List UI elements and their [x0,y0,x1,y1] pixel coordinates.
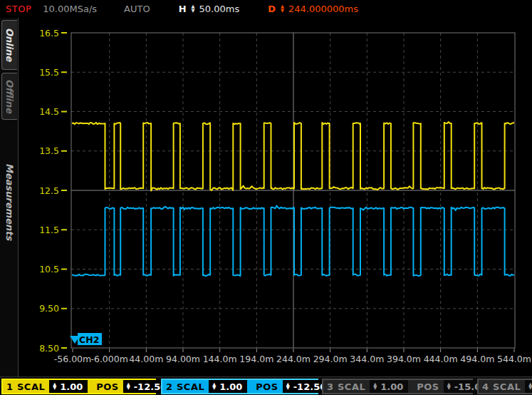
channel-2-scale-label: SCAL [177,381,204,392]
axes: -56.00m-6.000m44.00m94.00m144.0m194.0m24… [39,28,531,365]
y-tick-label: 9.50 [39,303,59,314]
updown-arrows-icon[interactable]: ▲▼ [286,383,290,391]
channel-4-scale-value[interactable]: ▲▼ [525,380,532,393]
updown-arrows-icon[interactable]: ▲▼ [53,383,56,391]
channel-1-position-label: POS [96,381,118,392]
x-tick-label: -56.00m [54,354,91,364]
sample-rate: 10.00MSa/s [43,4,97,14]
channel-4-block[interactable]: 4 SCAL ▲▼ [477,379,532,394]
x-tick-label: 544.0m [497,354,531,364]
channel-1-scale-label: SCAL [17,381,45,392]
tab-offline[interactable]: Offline [1,73,17,120]
channel-3-number: 3 [326,381,334,392]
channel-4-scale-label: SCAL [493,381,521,392]
channel-2-position-label: POS [256,381,278,392]
x-tick-label: 44.00m [129,354,163,364]
timebase-updown-arrows-icon[interactable]: ▲▼ [192,5,195,13]
x-tick-label: -6.000m [90,354,127,364]
x-tick-label: 294.0m [313,354,348,364]
channel-2-number: 2 [165,381,173,392]
channel-1-number: 1 [6,381,14,392]
updown-arrows-icon[interactable]: ▲▼ [212,383,216,391]
tab-online[interactable]: Online [1,20,17,70]
x-tick-label: 494.0m [460,354,494,364]
top-status-bar: STOP 10.00MSa/s AUTO H ▲▼ 50.00ms D ▲▼ 2… [0,0,532,18]
updown-arrows-icon[interactable]: ▲▼ [528,383,532,391]
channel-3-scale-value[interactable]: ▲▼ 1.00 [370,380,408,393]
channel-1-block[interactable]: 1 SCAL ▲▼ 1.00 POS ▲▼ -12.50 [1,379,156,394]
x-tick-label: 194.0m [239,354,273,364]
grid [71,33,515,348]
horizontal-timebase-value[interactable]: 50.00ms [199,4,240,14]
left-sidebar: Online Offline Measurements [0,18,19,376]
measurements-panel-label[interactable]: Measurements [2,159,16,245]
x-tick-label: 144.0m [203,354,237,364]
y-tick-label: 13.5 [39,145,59,156]
y-tick-label: 14.5 [39,106,59,117]
channel-2-scale-value[interactable]: ▲▼ 1.00 [209,380,247,393]
channel-3-block[interactable]: 3 SCAL ▲▼ 1.00 POS ▲▼ -15.08 [322,379,473,394]
channel-2-block[interactable]: 2 SCAL ▲▼ 1.00 POS ▲▼ -12.50 [161,379,318,394]
trigger-mode: AUTO [124,4,150,14]
delay-updown-arrows-icon[interactable]: ▲▼ [281,5,284,13]
x-tick-label: 344.0m [350,354,384,364]
ch2-position-marker[interactable]: CH2 [70,333,102,345]
y-tick-label: 8.50 [39,343,59,354]
y-tick-label: 16.5 [39,28,59,39]
channel-settings-bar: 1 SCAL ▲▼ 1.00 POS ▲▼ -12.50 2 SCAL ▲▼ 1… [0,376,532,395]
x-tick-label: 94.00m [166,354,200,364]
delay-label: D [268,4,276,14]
updown-arrows-icon[interactable]: ▲▼ [127,383,130,391]
channel-3-position-label: POS [417,381,439,392]
y-tick-label: 10.5 [39,264,59,275]
ch2-marker-label: CH2 [79,334,99,345]
y-tick-label: 12.5 [39,185,59,196]
channel-2-position-value[interactable]: ▲▼ -12.50 [283,380,327,393]
channel-1-scale-value[interactable]: ▲▼ 1.00 [49,380,88,393]
channel-4-number: 4 [481,381,489,392]
horizontal-timebase-label: H [179,4,187,14]
updown-arrows-icon[interactable]: ▲▼ [447,383,451,391]
x-tick-label: 244.0m [276,354,311,364]
updown-arrows-icon[interactable]: ▲▼ [373,383,377,391]
x-tick-label: 394.0m [387,354,421,364]
delay-value[interactable]: 244.000000ms [288,4,358,14]
x-tick-label: 444.0m [424,354,458,364]
y-tick-label: 15.5 [39,67,59,78]
y-tick-label: 11.5 [39,225,59,235]
acquisition-status: STOP [6,4,31,14]
channel-3-scale-label: SCAL [338,381,365,392]
scope-plot: -56.00m-6.000m44.00m94.00m144.0m194.0m24… [0,0,532,395]
